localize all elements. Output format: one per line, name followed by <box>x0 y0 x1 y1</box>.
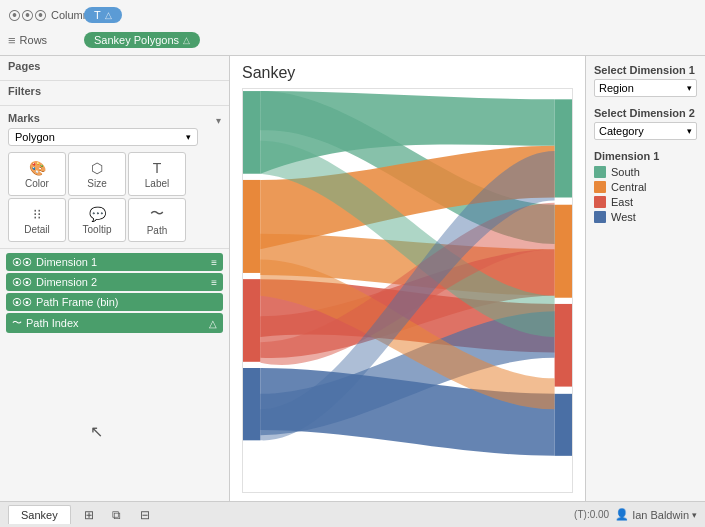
right-sidebar: Select Dimension 1 Region ▾ Select Dimen… <box>585 56 705 501</box>
dim1-select[interactable]: Region ▾ <box>594 79 697 97</box>
svg-rect-7 <box>555 394 572 456</box>
legend-color-south <box>594 166 606 178</box>
label-icon: T <box>153 160 162 176</box>
cursor-indicator: ↖ <box>90 422 103 441</box>
chart-viz[interactable] <box>242 88 573 493</box>
rows-pill[interactable]: Sankey Polygons △ <box>84 32 200 48</box>
sidebar-empty-area: ↖ <box>0 337 229 501</box>
columns-pill-text: T <box>94 9 101 21</box>
dim2-end-icon: ≡ <box>211 277 217 288</box>
svg-rect-1 <box>243 180 260 273</box>
dim1-end-icon: ≡ <box>211 257 217 268</box>
field-dimension2[interactable]: ⦿⦿ Dimension 2 ≡ <box>6 273 223 291</box>
legend-item-south: South <box>594 166 697 178</box>
dim1-select-value: Region <box>599 82 634 94</box>
tab-options-button[interactable]: ⊟ <box>135 505 155 525</box>
detail-label: Detail <box>24 224 50 235</box>
select-dim1-section: Select Dimension 1 Region ▾ <box>594 64 697 97</box>
path-button[interactable]: 〜 Path <box>128 198 186 242</box>
path-index-name: Path Index <box>26 317 205 329</box>
marks-type-dropdown[interactable]: Polygon ▾ <box>8 128 198 146</box>
dim1-icon: ⦿⦿ <box>12 257 32 268</box>
status-coords: (T):0.00 <box>574 509 609 520</box>
pages-section: Pages <box>0 56 229 81</box>
user-icon: 👤 <box>615 508 629 521</box>
field-path-index[interactable]: 〜 Path Index △ <box>6 313 223 333</box>
columns-pill[interactable]: T △ <box>84 7 122 23</box>
marks-section: Marks ▾ Polygon ▾ 🎨 Color ⬡ Size <box>0 106 229 249</box>
tooltip-label: Tooltip <box>83 224 112 235</box>
tooltip-icon: 💬 <box>89 206 106 222</box>
color-button[interactable]: 🎨 Color <box>8 152 66 196</box>
field-path-frame[interactable]: ⦿⦿ Path Frame (bin) <box>6 293 223 311</box>
label-label: Label <box>145 178 169 189</box>
legend-label-west: West <box>611 211 636 223</box>
sankey-tab[interactable]: Sankey <box>8 505 71 524</box>
path-frame-name: Path Frame (bin) <box>36 296 217 308</box>
dim2-select[interactable]: Category ▾ <box>594 122 697 140</box>
status-bar: Sankey ⊞ ⧉ ⊟ (T):0.00 👤 Ian Baldwin ▾ <box>0 501 705 527</box>
marks-dropdown-chevron: ▾ <box>186 132 191 142</box>
fields-section: ⦿⦿ Dimension 1 ≡ ⦿⦿ Dimension 2 ≡ ⦿⦿ Pat… <box>0 249 229 337</box>
color-label: Color <box>25 178 49 189</box>
legend-title: Dimension 1 <box>594 150 697 162</box>
path-label: Path <box>147 225 168 236</box>
filters-section: Filters <box>0 81 229 106</box>
pages-title: Pages <box>8 60 221 72</box>
dim2-select-value: Category <box>599 125 644 137</box>
svg-rect-2 <box>243 279 260 362</box>
filters-title: Filters <box>8 85 221 97</box>
left-sidebar: Pages Filters Marks ▾ Polygon ▾ 🎨 Color <box>0 56 230 501</box>
path-frame-icon: ⦿⦿ <box>12 297 32 308</box>
dim2-icon: ⦿⦿ <box>12 277 32 288</box>
dim1-name: Dimension 1 <box>36 256 207 268</box>
columns-icon: ⦿⦿⦿ <box>8 8 47 23</box>
color-icon: 🎨 <box>29 160 46 176</box>
svg-rect-0 <box>243 91 260 174</box>
size-button[interactable]: ⬡ Size <box>68 152 126 196</box>
rows-icon: ≡ <box>8 33 16 48</box>
legend-color-east <box>594 196 606 208</box>
app-container: ⦿⦿⦿ Columns T △ ≡ Rows Sankey Polygons △… <box>0 0 705 527</box>
rows-label: ≡ Rows <box>8 33 78 48</box>
label-button[interactable]: T Label <box>128 152 186 196</box>
path-icon: 〜 <box>150 205 164 223</box>
size-label: Size <box>87 178 106 189</box>
svg-rect-6 <box>555 304 572 387</box>
columns-label: ⦿⦿⦿ Columns <box>8 8 78 23</box>
legend-color-central <box>594 181 606 193</box>
duplicate-tab-button[interactable]: ⧉ <box>107 505 127 525</box>
columns-row: ⦿⦿⦿ Columns T △ <box>8 4 697 26</box>
dim1-select-chevron: ▾ <box>687 83 692 93</box>
size-icon: ⬡ <box>91 160 103 176</box>
tooltip-button[interactable]: 💬 Tooltip <box>68 198 126 242</box>
path-index-icon: 〜 <box>12 316 22 330</box>
user-selector[interactable]: 👤 Ian Baldwin ▾ <box>615 508 697 521</box>
chart-title: Sankey <box>242 64 573 82</box>
chart-area: Sankey <box>230 56 585 501</box>
detail-button[interactable]: ⁝⁝ Detail <box>8 198 66 242</box>
legend-label-central: Central <box>611 181 646 193</box>
marks-title: Marks <box>8 112 40 124</box>
main-content: Pages Filters Marks ▾ Polygon ▾ 🎨 Color <box>0 56 705 501</box>
path-index-end-icon: △ <box>209 318 217 329</box>
marks-controls-2: ⁝⁝ Detail 💬 Tooltip 〜 Path <box>8 198 221 242</box>
detail-icon: ⁝⁝ <box>33 206 41 222</box>
svg-rect-3 <box>243 368 260 440</box>
sankey-chart <box>243 89 572 492</box>
rows-pill-text: Sankey Polygons <box>94 34 179 46</box>
user-chevron: ▾ <box>692 510 697 520</box>
field-dimension1[interactable]: ⦿⦿ Dimension 1 ≡ <box>6 253 223 271</box>
marks-chevron: ▾ <box>216 115 221 126</box>
marks-type-text: Polygon <box>15 131 55 143</box>
marks-controls: 🎨 Color ⬡ Size T Label <box>8 152 221 196</box>
status-right: (T):0.00 👤 Ian Baldwin ▾ <box>574 508 697 521</box>
legend-section: Dimension 1 South Central East West <box>594 150 697 226</box>
select-dim2-label: Select Dimension 2 <box>594 107 697 119</box>
legend-item-west: West <box>594 211 697 223</box>
shelf-area: ⦿⦿⦿ Columns T △ ≡ Rows Sankey Polygons △ <box>0 0 705 56</box>
svg-rect-5 <box>555 205 572 298</box>
legend-color-west <box>594 211 606 223</box>
new-tab-button[interactable]: ⊞ <box>79 505 99 525</box>
columns-pill-delta: △ <box>105 10 112 20</box>
